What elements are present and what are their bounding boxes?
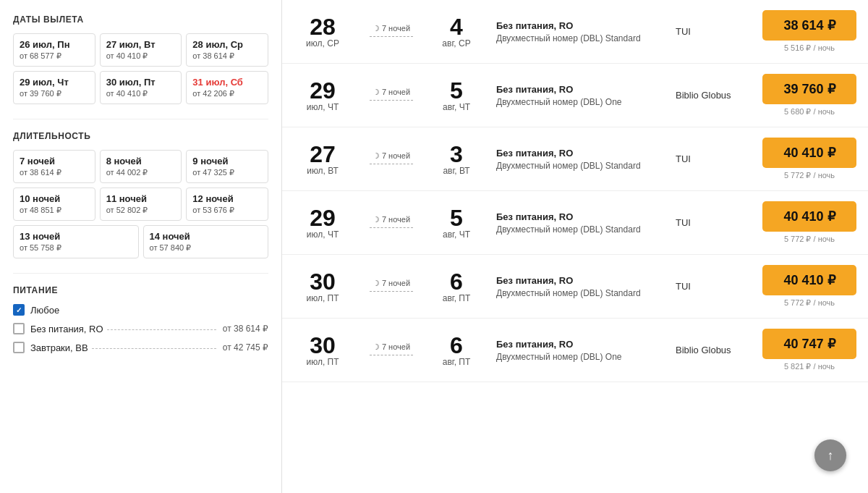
arr-day-label: авг, ВТ [431, 166, 482, 176]
result-row-3: 29июл, ЧТ☽ 7 ночей5авг, ЧТБез питания, R… [282, 191, 868, 255]
dep-day-num: 29 [294, 79, 352, 102]
price-block-4: 40 410 ₽5 772 ₽ / ночь [762, 265, 856, 308]
date-cell-2[interactable]: 28 июл, Срот 38 614 ₽ [186, 33, 268, 67]
dep-day-num: 28 [294, 15, 352, 38]
date-price-5: от 42 206 ₽ [192, 89, 262, 98]
arr-day-num: 3 [431, 143, 482, 166]
price-block-1: 39 760 ₽5 680 ₽ / ночь [762, 74, 856, 117]
offer-info-1: Без питания, ROДвухместный номер (DBL) O… [489, 84, 668, 107]
arr-date-2: 3авг, ВТ [431, 143, 482, 176]
arr-day-num: 4 [431, 15, 482, 38]
dep-day-label: июл, ЧТ [294, 102, 352, 112]
operator-0: TUI [676, 26, 755, 37]
food-item-1[interactable]: Без питания, ROот 38 614 ₽ [13, 323, 268, 334]
price-per-night-0: 5 516 ₽ / ночь [762, 43, 856, 53]
nights-badge-4: ☽ 7 ночей [373, 279, 410, 288]
dur-price: от 48 851 ₽ [20, 206, 89, 215]
dur-label: 11 ночей [106, 193, 176, 204]
food-dots-2 [92, 348, 216, 349]
price-per-night-5: 5 821 ₽ / ночь [762, 362, 856, 371]
nights-line [370, 36, 413, 37]
price-button-1[interactable]: 39 760 ₽ [762, 74, 856, 104]
date-label-5: 31 июл, Сб [192, 77, 262, 88]
price-button-4[interactable]: 40 410 ₽ [762, 265, 856, 295]
offer-type-4: Без питания, RO [496, 275, 668, 286]
dates-section-title: ДАТЫ ВЫЛЕТА [13, 14, 268, 25]
date-price-3: от 39 760 ₽ [20, 89, 89, 98]
offer-type-5: Без питания, RO [496, 339, 668, 350]
price-button-5[interactable]: 40 747 ₽ [762, 329, 856, 359]
price-per-night-2: 5 772 ₽ / ночь [762, 171, 856, 180]
dep-day-num: 30 [294, 270, 352, 293]
dur-label: 10 ночей [20, 193, 89, 204]
dur-price: от 57 840 ₽ [150, 243, 263, 253]
date-cell-0[interactable]: 26 июл, Пнот 68 577 ₽ [13, 33, 95, 67]
moon-icon: ☽ [373, 24, 380, 33]
dep-day-num: 29 [294, 206, 352, 229]
duration-grid-1: 7 ночейот 38 614 ₽8 ночейот 44 002 ₽9 но… [13, 150, 268, 183]
dur-cell-dur-row1-1[interactable]: 8 ночейот 44 002 ₽ [100, 150, 182, 183]
price-button-0[interactable]: 38 614 ₽ [762, 10, 856, 41]
food-checkbox-1[interactable] [13, 323, 25, 334]
arr-day-label: авг, ЧТ [431, 102, 482, 112]
arr-day-label: авг, СР [431, 38, 482, 49]
dur-price: от 38 614 ₽ [20, 168, 89, 177]
food-item-2[interactable]: Завтраки, BBот 42 745 ₽ [13, 342, 268, 353]
price-block-2: 40 410 ₽5 772 ₽ / ночь [762, 138, 856, 180]
offer-room-3: Двухместный номер (DBL) Standard [496, 224, 668, 235]
moon-icon: ☽ [373, 342, 380, 352]
arr-day-label: авг, ПТ [431, 357, 482, 367]
arr-day-label: авг, ЧТ [431, 229, 482, 240]
food-item-0[interactable]: Любое [13, 304, 268, 316]
offer-type-2: Без питания, RO [496, 148, 668, 159]
date-cell-4[interactable]: 30 июл, Птот 40 410 ₽ [100, 71, 182, 104]
moon-icon: ☽ [373, 151, 380, 161]
food-checkbox-0[interactable] [13, 304, 25, 316]
dep-date-0: 28июл, СР [294, 15, 352, 49]
dur-label: 14 ночей [150, 231, 263, 242]
arr-date-0: 4авг, СР [431, 15, 482, 49]
date-cell-1[interactable]: 27 июл, Втот 40 410 ₽ [100, 33, 182, 67]
nights-line [370, 100, 413, 101]
food-checkbox-2[interactable] [13, 342, 25, 353]
result-row-1: 29июл, ЧТ☽ 7 ночей5авг, ЧТБез питания, R… [282, 64, 868, 127]
price-button-3[interactable]: 40 410 ₽ [762, 201, 856, 232]
date-cell-5[interactable]: 31 июл, Сбот 42 206 ₽ [186, 71, 268, 104]
duration-section-title: ДЛИТЕЛЬНОСТЬ [13, 131, 268, 141]
dur-cell-dur-row2-1[interactable]: 11 ночейот 52 802 ₽ [100, 187, 182, 221]
dur-cell-dur-row2-2[interactable]: 12 ночейот 53 676 ₽ [186, 187, 268, 221]
dep-day-label: июл, СР [294, 38, 352, 49]
nights-line [370, 164, 413, 164]
duration-grid-3: 13 ночейот 55 758 ₽14 ночейот 57 840 ₽ [13, 225, 268, 258]
dur-cell-dur-row1-2[interactable]: 9 ночейот 47 325 ₽ [186, 150, 268, 183]
nights-badge-2: ☽ 7 ночей [373, 151, 410, 161]
dur-label: 7 ночей [20, 156, 89, 167]
scroll-top-button[interactable]: ↑ [814, 439, 846, 471]
offer-room-4: Двухместный номер (DBL) Standard [496, 288, 668, 298]
date-cell-3[interactable]: 29 июл, Чтот 39 760 ₽ [13, 71, 95, 104]
duration-grid-2: 10 ночейот 48 851 ₽11 ночейот 52 802 ₽12… [13, 187, 268, 221]
nights-block-3: ☽ 7 ночей [359, 215, 424, 231]
dur-cell-dur-row2-0[interactable]: 10 ночейот 48 851 ₽ [13, 187, 95, 221]
dur-price: от 55 758 ₽ [20, 243, 132, 253]
dur-label: 13 ночей [20, 231, 132, 242]
price-per-night-1: 5 680 ₽ / ночь [762, 107, 856, 117]
offer-info-5: Без питания, ROДвухместный номер (DBL) O… [489, 339, 668, 362]
dates-grid: 26 июл, Пнот 68 577 ₽27 июл, Втот 40 410… [13, 33, 268, 104]
price-button-2[interactable]: 40 410 ₽ [762, 138, 856, 168]
dur-cell-dur-row1-0[interactable]: 7 ночейот 38 614 ₽ [13, 150, 95, 183]
offer-room-1: Двухместный номер (DBL) One [496, 97, 668, 107]
nights-badge-0: ☽ 7 ночей [373, 24, 410, 33]
food-label-0: Любое [30, 305, 59, 316]
dur-price: от 53 676 ₽ [192, 206, 262, 215]
nights-line [370, 355, 413, 355]
nights-block-1: ☽ 7 ночей [359, 88, 424, 104]
dur-cell-dur-row3-1[interactable]: 14 ночейот 57 840 ₽ [143, 225, 269, 258]
offer-type-3: Без питания, RO [496, 211, 668, 222]
date-price-1: от 40 410 ₽ [106, 51, 176, 61]
dur-cell-dur-row3-0[interactable]: 13 ночейот 55 758 ₽ [13, 225, 139, 258]
nights-line [370, 227, 413, 228]
date-price-0: от 68 577 ₽ [20, 51, 89, 61]
offer-room-2: Двухместный номер (DBL) Standard [496, 161, 668, 171]
dep-date-2: 27июл, ВТ [294, 143, 352, 176]
